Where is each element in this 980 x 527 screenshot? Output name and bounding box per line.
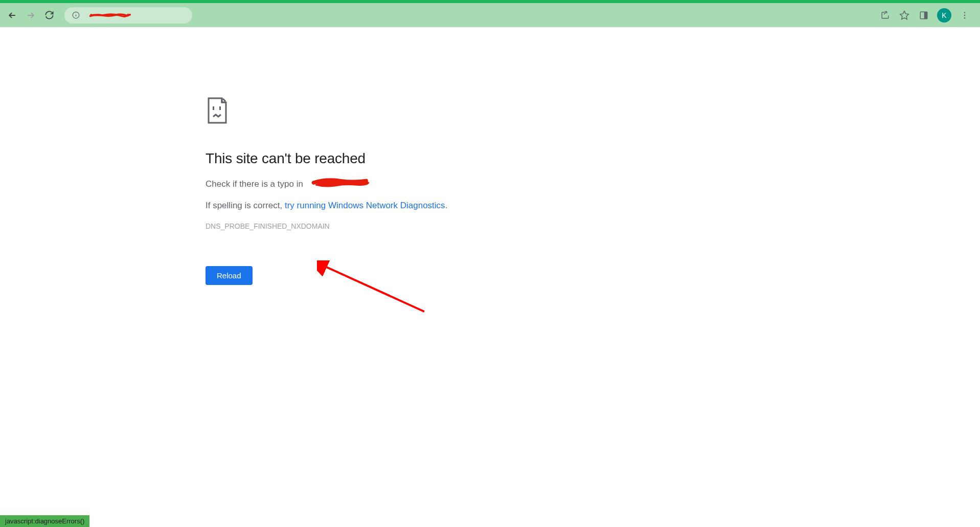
status-bar: javascript:diagnoseErrors()	[0, 515, 89, 527]
reload-page-button[interactable]: Reload	[206, 266, 253, 285]
redaction-mark-domain	[310, 176, 374, 190]
diagnostics-link[interactable]: try running Windows Network Diagnostics	[285, 201, 445, 210]
svg-point-6	[964, 12, 966, 13]
error-message-diagnostics: If spelling is correct, try running Wind…	[206, 201, 512, 211]
address-bar[interactable]	[64, 7, 192, 24]
redaction-mark-url	[80, 13, 141, 18]
back-button[interactable]	[5, 8, 19, 23]
svg-point-8	[964, 17, 966, 18]
share-button[interactable]	[879, 9, 891, 21]
share-icon	[880, 10, 890, 20]
svg-rect-5	[924, 12, 927, 19]
browser-toolbar: K	[0, 3, 980, 27]
svg-rect-10	[219, 106, 221, 110]
svg-marker-3	[900, 11, 909, 19]
svg-point-7	[964, 14, 966, 16]
profile-avatar[interactable]: K	[937, 8, 951, 23]
site-info-icon[interactable]	[72, 11, 80, 19]
reload-button[interactable]	[42, 8, 56, 23]
error-container: This site can't be reached Check if ther…	[206, 97, 512, 285]
error-message-typo: Check if there is a typo in	[206, 179, 303, 189]
kebab-icon	[960, 11, 969, 20]
error-title: This site can't be reached	[206, 150, 512, 167]
diag-prefix: If spelling is correct,	[206, 201, 285, 210]
side-panel-icon	[919, 11, 928, 20]
bookmark-button[interactable]	[898, 9, 910, 21]
typo-prefix: Check if there is a typo in	[206, 179, 303, 189]
svg-rect-9	[213, 106, 214, 110]
arrow-right-icon	[26, 10, 36, 20]
error-code: DNS_PROBE_FINISHED_NXDOMAIN	[206, 222, 512, 230]
reload-icon	[44, 10, 54, 20]
forward-button[interactable]	[24, 8, 38, 23]
menu-button[interactable]	[959, 9, 971, 21]
sad-page-icon	[206, 97, 230, 124]
page-content: This site can't be reached Check if ther…	[0, 27, 980, 527]
star-icon	[899, 10, 909, 20]
avatar-letter: K	[942, 11, 946, 19]
diag-suffix: .	[445, 201, 448, 210]
side-panel-button[interactable]	[918, 9, 930, 21]
toolbar-right: K	[879, 8, 975, 23]
arrow-left-icon	[7, 10, 17, 20]
